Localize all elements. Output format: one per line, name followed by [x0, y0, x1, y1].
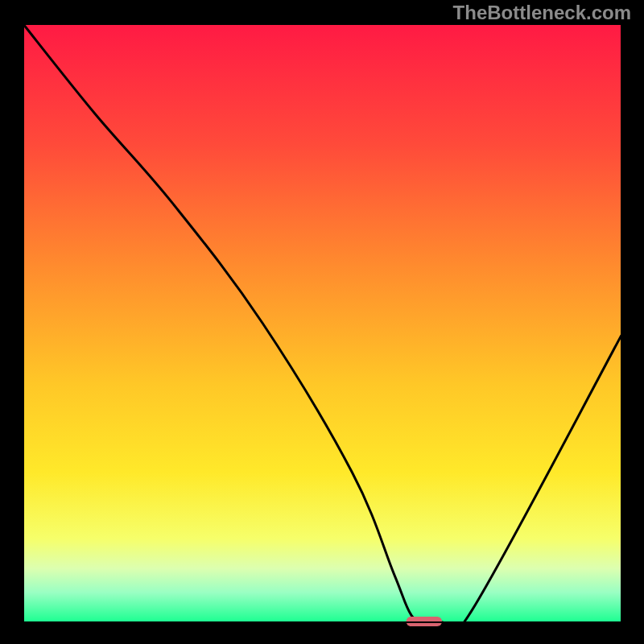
plot-background	[23, 24, 621, 622]
watermark-text: TheBottleneck.com	[453, 2, 631, 24]
chart-frame: TheBottleneck.com	[0, 0, 644, 644]
bottleneck-chart	[0, 0, 644, 644]
